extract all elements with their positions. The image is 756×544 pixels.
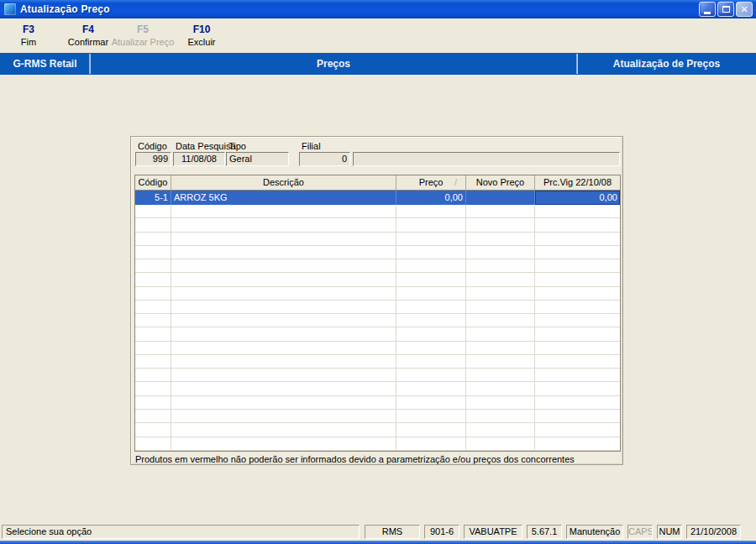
window-controls: ✕ bbox=[697, 2, 753, 17]
col-header-preco-label: Preço bbox=[419, 177, 444, 187]
status-mode: Manutenção bbox=[566, 525, 623, 539]
table-row-empty bbox=[135, 342, 620, 355]
toolbar-item-confirmar[interactable]: F4 Confirmar bbox=[68, 24, 108, 47]
titlebar: Atualização Preço ✕ bbox=[0, 0, 756, 18]
table-row-empty bbox=[135, 218, 620, 232]
col-header-descricao[interactable]: Descrição bbox=[171, 175, 396, 191]
toolbar: F3 Fim F4 Confirmar F5 Atualizar Preço F… bbox=[0, 18, 756, 53]
table-row-empty bbox=[135, 396, 620, 410]
status-date: 21/10/2008 bbox=[686, 525, 741, 539]
cell-preco[interactable]: 0,00 bbox=[396, 191, 466, 205]
fkey-label: F3 bbox=[21, 24, 36, 35]
codigo-field[interactable]: 999 bbox=[135, 152, 171, 166]
toolbar-item-atualizar-preco: F5 Atualizar Preço bbox=[112, 24, 175, 47]
module-header-bar: G-RMS Retail Preços Atualização de Preço… bbox=[0, 53, 756, 75]
toolbar-item-label: Atualizar Preço bbox=[112, 37, 175, 47]
toolbar-item-label: Excluir bbox=[187, 37, 215, 47]
window-title: Atualização Preço bbox=[20, 3, 110, 15]
table-row-empty bbox=[135, 259, 620, 273]
table-row-empty bbox=[135, 355, 620, 369]
tipo-label: Tipo bbox=[228, 141, 246, 151]
toolbar-item-label: Fim bbox=[21, 37, 36, 47]
codigo-label: Código bbox=[138, 141, 167, 151]
window-bottom-edge bbox=[0, 541, 756, 544]
table-row-empty bbox=[135, 410, 620, 423]
content-area: Código 999 Data Pesquisa 11/08/08 Tipo G… bbox=[0, 75, 756, 523]
col-header-novo-preco[interactable]: Novo Preço bbox=[466, 175, 535, 191]
close-button[interactable]: ✕ bbox=[736, 2, 753, 17]
sort-indicator-icon: / bbox=[454, 175, 457, 190]
status-program: VABUATPE bbox=[464, 525, 522, 539]
table-row-empty bbox=[135, 382, 620, 395]
statusbar: Selecione sua opção RMS 901-6 VABUATPE 5… bbox=[0, 523, 756, 541]
data-pesquisa-label: Data Pesquisa bbox=[176, 141, 236, 151]
status-num-indicator: NUM bbox=[657, 525, 682, 539]
table-row-empty bbox=[135, 423, 620, 437]
restore-icon bbox=[722, 6, 730, 13]
filial-label: Filial bbox=[302, 141, 321, 151]
table-row-empty bbox=[135, 287, 620, 301]
screen-name-label: Atualização de Preços bbox=[577, 53, 756, 75]
cell-descricao[interactable]: ARROZ 5KG bbox=[171, 191, 396, 205]
filial-descricao-field[interactable] bbox=[353, 152, 620, 166]
cell-prc-vig[interactable]: 0,00 bbox=[535, 191, 620, 205]
table-row-empty bbox=[135, 205, 620, 218]
close-icon: ✕ bbox=[740, 5, 748, 14]
fkey-label: F4 bbox=[68, 24, 108, 35]
table-row-empty bbox=[135, 273, 620, 286]
toolbar-item-fim[interactable]: F3 Fim bbox=[21, 24, 36, 47]
table-header-row: Código Descrição Preço / Novo Preço Prc.… bbox=[135, 175, 620, 191]
toolbar-item-label: Confirmar bbox=[68, 37, 108, 47]
minimize-button[interactable] bbox=[699, 2, 716, 17]
grid-empty-rows bbox=[135, 205, 620, 451]
table-row-empty bbox=[135, 314, 620, 327]
table-row-empty bbox=[135, 327, 620, 341]
table-row-empty bbox=[135, 233, 620, 246]
module-name-label: Preços bbox=[90, 53, 577, 75]
price-update-panel: Código 999 Data Pesquisa 11/08/08 Tipo G… bbox=[130, 136, 623, 465]
table-row-empty bbox=[135, 246, 620, 259]
app-name-label: G-RMS Retail bbox=[0, 53, 90, 75]
fkey-label: F10 bbox=[187, 24, 215, 35]
cell-codigo[interactable]: 5-1 bbox=[135, 191, 171, 205]
table-footnote: Produtos em vermelho não poderão ser inf… bbox=[135, 454, 575, 464]
data-pesquisa-field[interactable]: 11/08/08 bbox=[173, 152, 225, 166]
status-caps-indicator: CAPS bbox=[627, 525, 653, 539]
tipo-field[interactable]: Geral bbox=[226, 152, 289, 166]
toolbar-item-excluir[interactable]: F10 Excluir bbox=[187, 24, 215, 47]
table-row-empty bbox=[135, 301, 620, 314]
col-header-codigo[interactable]: Código bbox=[135, 175, 171, 191]
status-version: 5.67.1 bbox=[527, 525, 562, 539]
filial-field[interactable]: 0 bbox=[299, 152, 350, 166]
table-row-empty bbox=[135, 437, 620, 451]
status-message: Selecione sua opção bbox=[2, 525, 360, 539]
fkey-label: F5 bbox=[112, 24, 175, 35]
table-row-selected[interactable]: 5-1 ARROZ 5KG 0,00 0,00 bbox=[135, 191, 620, 205]
restore-button[interactable] bbox=[717, 2, 734, 17]
cell-novo-preco[interactable] bbox=[466, 191, 535, 205]
col-header-preco[interactable]: Preço / bbox=[396, 175, 466, 191]
status-terminal: 901-6 bbox=[424, 525, 459, 539]
status-system: RMS bbox=[365, 525, 420, 539]
col-header-prc-vig[interactable]: Prc.Vig 22/10/08 bbox=[535, 175, 620, 191]
minimize-icon bbox=[704, 12, 711, 14]
price-table: Código Descrição Preço / Novo Preço Prc.… bbox=[134, 175, 621, 452]
app-icon bbox=[4, 3, 16, 15]
table-row-empty bbox=[135, 369, 620, 382]
